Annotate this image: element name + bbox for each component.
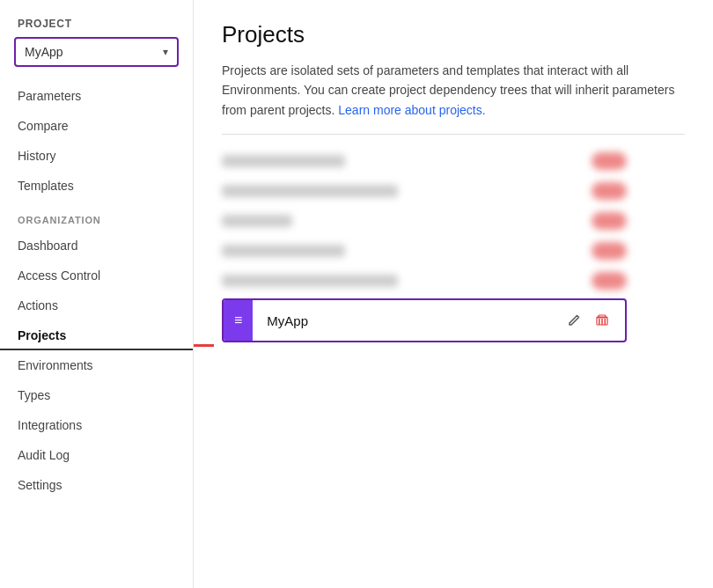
sidebar-item-types[interactable]: Types <box>0 380 193 410</box>
blurred-badge <box>592 212 627 230</box>
blurred-row-5 <box>222 272 627 290</box>
sidebar-item-environments[interactable]: Environments <box>0 350 193 380</box>
blurred-row-2 <box>222 182 627 200</box>
sidebar-item-actions[interactable]: Actions <box>0 290 193 320</box>
divider <box>222 134 685 135</box>
sidebar-item-history[interactable]: History <box>0 141 193 171</box>
blurred-row-4 <box>222 242 627 260</box>
learn-more-link[interactable]: Learn more about projects. <box>338 103 485 117</box>
project-item-container: ≡ MyApp <box>222 298 685 342</box>
sidebar-item-compare[interactable]: Compare <box>0 111 193 141</box>
page-description: Projects are isolated sets of parameters… <box>222 61 685 120</box>
sidebar-item-parameters[interactable]: Parameters <box>0 81 193 111</box>
blurred-block <box>222 155 345 167</box>
main-content: Projects Projects are isolated sets of p… <box>194 0 713 588</box>
delete-project-button[interactable] <box>592 310 613 331</box>
chevron-down-icon: ▾ <box>163 46 168 58</box>
drag-handle-icon[interactable]: ≡ <box>224 300 253 341</box>
project-dropdown-value: MyApp <box>25 45 63 59</box>
sidebar-item-templates[interactable]: Templates <box>0 171 193 201</box>
blurred-block <box>222 275 398 287</box>
org-section-label: Organization <box>0 201 193 231</box>
sidebar-item-integrations[interactable]: Integrations <box>0 410 193 440</box>
sidebar-item-settings[interactable]: Settings <box>0 470 193 500</box>
project-dropdown[interactable]: MyApp ▾ <box>14 37 179 67</box>
page-title: Projects <box>222 21 685 48</box>
edit-project-button[interactable] <box>563 310 584 331</box>
blurred-badge <box>592 272 627 290</box>
svg-rect-2 <box>601 319 603 325</box>
project-item-actions <box>551 310 625 331</box>
blurred-badge <box>592 182 627 200</box>
project-section-label: Project <box>0 18 193 37</box>
sidebar-item-access-control[interactable]: Access Control <box>0 261 193 290</box>
blurred-badge <box>592 242 627 260</box>
arrow-left <box>194 337 214 353</box>
content-rows <box>222 152 627 290</box>
project-item-myapp: ≡ MyApp <box>222 298 627 342</box>
sidebar-item-projects[interactable]: Projects <box>0 320 193 350</box>
blurred-block <box>222 245 345 257</box>
blurred-badge <box>592 152 627 170</box>
arrow-line <box>194 344 214 347</box>
blurred-row-3 <box>222 212 627 230</box>
sidebar-item-audit-log[interactable]: Audit Log <box>0 440 193 470</box>
blurred-row-1 <box>222 152 627 170</box>
blurred-block <box>222 185 398 197</box>
sidebar-item-dashboard[interactable]: Dashboard <box>0 231 193 261</box>
sidebar: Project MyApp ▾ Parameters Compare Histo… <box>0 0 194 588</box>
project-item-name: MyApp <box>253 301 551 341</box>
svg-rect-3 <box>605 319 606 325</box>
svg-rect-1 <box>599 319 600 325</box>
blurred-block <box>222 215 292 227</box>
